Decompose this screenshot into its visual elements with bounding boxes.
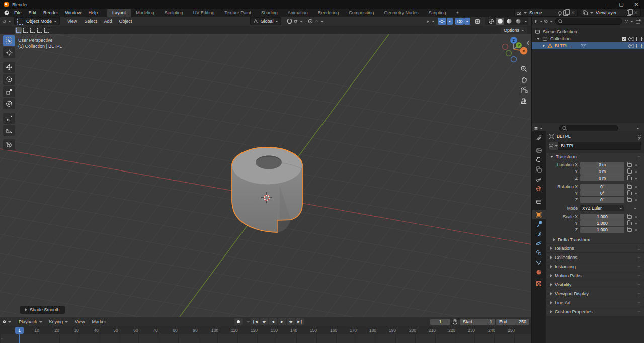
shading-wireframe-button[interactable] xyxy=(487,18,495,25)
gizmo-neg-y[interactable] xyxy=(506,51,512,56)
workspace-tab-layout[interactable]: Layout xyxy=(107,9,131,17)
frame-start-field[interactable]: Start 1 xyxy=(460,319,495,325)
shading-material-button[interactable] xyxy=(505,18,513,25)
panel-grip[interactable] xyxy=(637,246,640,251)
tool-cursor[interactable] xyxy=(3,47,15,58)
show-gizmo-toggle[interactable] xyxy=(438,18,446,25)
new-collection-button[interactable] xyxy=(634,18,642,25)
breadcrumb-object-name[interactable]: BLTPL xyxy=(557,134,571,139)
outliner-row-bltpl[interactable]: BLTPL xyxy=(532,42,644,49)
shading-solid-button[interactable] xyxy=(496,18,504,25)
select-mode-intersect[interactable] xyxy=(43,27,50,34)
location-z-field[interactable]: 0 m xyxy=(580,175,624,181)
pin-id-icon[interactable] xyxy=(638,135,641,138)
workspace-tab-uv-editing[interactable]: UV Editing xyxy=(188,9,220,17)
tab-particles[interactable] xyxy=(532,229,546,238)
camera-view-button[interactable] xyxy=(518,85,529,95)
menu-object[interactable]: Object xyxy=(115,17,135,25)
auto-keying-dropdown[interactable] xyxy=(247,321,250,323)
object-id-dropdown[interactable] xyxy=(549,142,558,150)
show-overlays-dropdown[interactable] xyxy=(464,18,470,25)
menu-edit[interactable]: Edit xyxy=(25,9,40,17)
menu-render[interactable]: Render xyxy=(40,9,62,17)
animate-dot-icon[interactable] xyxy=(635,171,637,173)
scene-selector[interactable]: Scene ✕ xyxy=(514,9,578,17)
hide-viewport-icon[interactable] xyxy=(628,44,634,48)
menu-file[interactable]: File xyxy=(11,9,25,17)
panel-grip[interactable] xyxy=(637,273,640,278)
show-gizmo-dropdown[interactable] xyxy=(447,18,453,25)
current-frame-field[interactable]: 1 xyxy=(430,319,450,325)
workspace-tab-texture-paint[interactable]: Texture Paint xyxy=(219,9,256,17)
animate-dot-icon[interactable] xyxy=(635,216,637,218)
lock-icon[interactable] xyxy=(627,170,632,174)
options-dropdown[interactable]: Options xyxy=(501,27,527,34)
shading-rendered-button[interactable] xyxy=(514,18,522,25)
outliner-filter-dropdown[interactable] xyxy=(625,18,633,25)
new-scene-icon[interactable] xyxy=(564,10,568,16)
tab-view-layer[interactable] xyxy=(532,164,546,174)
play-button[interactable]: ▶ xyxy=(278,318,286,325)
panel-grip[interactable] xyxy=(637,300,640,305)
workspace-tab-geometry-nodes[interactable]: Geometry Nodes xyxy=(379,9,423,17)
pin-icon[interactable] xyxy=(558,11,562,15)
animate-dot-icon[interactable] xyxy=(635,193,637,194)
object-name-input[interactable]: BLTPL xyxy=(558,142,641,150)
tab-scene[interactable] xyxy=(532,174,546,184)
zoom-view-button[interactable] xyxy=(518,64,529,73)
remove-viewlayer-icon[interactable]: ✕ xyxy=(633,10,639,15)
tool-move[interactable] xyxy=(3,62,15,73)
outliner-display-mode-dropdown[interactable] xyxy=(534,18,543,25)
tab-object-data[interactable] xyxy=(532,258,546,267)
minimize-button[interactable]: – xyxy=(599,2,614,7)
transform-orientation-dropdown[interactable]: Global xyxy=(250,17,281,25)
jump-to-start-button[interactable]: ❙◀ xyxy=(251,318,259,325)
expand-icon[interactable] xyxy=(543,44,545,47)
toggle-xray-button[interactable] xyxy=(473,18,482,25)
menu-keying[interactable]: Keying xyxy=(46,318,72,326)
transform-panel-header[interactable]: Transform xyxy=(546,153,644,161)
jump-to-end-button[interactable]: ▶❙ xyxy=(296,318,304,325)
outliner-row-scene-collection[interactable]: Scene Collection xyxy=(532,28,644,35)
scale-x-field[interactable]: 1.000 xyxy=(580,214,624,220)
workspace-tab-shading[interactable]: Shading xyxy=(256,9,283,17)
animate-dot-icon[interactable] xyxy=(635,229,637,231)
unlink-scene-icon[interactable]: ✕ xyxy=(570,10,576,15)
rotation-z-field[interactable]: 0° xyxy=(580,197,624,203)
workspace-tab-rendering[interactable]: Rendering xyxy=(313,9,344,17)
operator-panel[interactable]: Shade Smooth xyxy=(20,306,65,314)
location-y-field[interactable]: 0 m xyxy=(580,168,624,175)
panel-grip[interactable] xyxy=(637,282,640,287)
menu-select[interactable]: Select xyxy=(80,17,100,25)
new-viewlayer-icon[interactable] xyxy=(627,10,631,16)
play-reverse-button[interactable]: ◀ xyxy=(269,318,277,325)
menu-timeline-view[interactable]: View xyxy=(71,318,88,326)
tab-texture[interactable] xyxy=(532,279,546,288)
tool-measure[interactable] xyxy=(3,125,15,136)
maximize-button[interactable]: ▢ xyxy=(614,2,629,7)
current-frame-marker[interactable]: 1 xyxy=(15,327,24,334)
next-keyframe-button[interactable]: •▶ xyxy=(287,318,295,325)
toggle-orthographic-button[interactable] xyxy=(518,96,529,105)
lock-icon[interactable] xyxy=(627,222,632,225)
tab-modifiers[interactable] xyxy=(532,219,546,229)
add-workspace-button[interactable]: + xyxy=(451,9,463,17)
timeline-editor-type-button[interactable] xyxy=(3,318,11,325)
tab-collection[interactable] xyxy=(532,197,546,206)
location-x-field[interactable]: 0 m xyxy=(580,162,624,168)
panel-viewport-display[interactable]: Viewport Display xyxy=(546,289,644,298)
menu-window[interactable]: Window xyxy=(62,9,85,17)
editor-type-button[interactable] xyxy=(3,18,11,25)
gizmo-neg-x[interactable] xyxy=(503,44,508,50)
animate-dot-icon[interactable] xyxy=(635,164,637,166)
workspace-tab-scripting[interactable]: Scripting xyxy=(423,9,451,17)
panel-custom-properties[interactable]: Custom Properties xyxy=(546,307,644,316)
tab-physics[interactable] xyxy=(532,238,546,248)
outliner-filter-type-dropdown[interactable] xyxy=(544,18,553,25)
panel-grip[interactable] xyxy=(637,264,640,269)
proportional-editing-toggle[interactable] xyxy=(306,18,314,25)
workspace-tab-modeling[interactable]: Modeling xyxy=(131,9,159,17)
menu-view[interactable]: View xyxy=(64,17,80,25)
menu-playback[interactable]: Playback xyxy=(15,318,46,326)
collapse-icon[interactable] xyxy=(537,38,540,40)
